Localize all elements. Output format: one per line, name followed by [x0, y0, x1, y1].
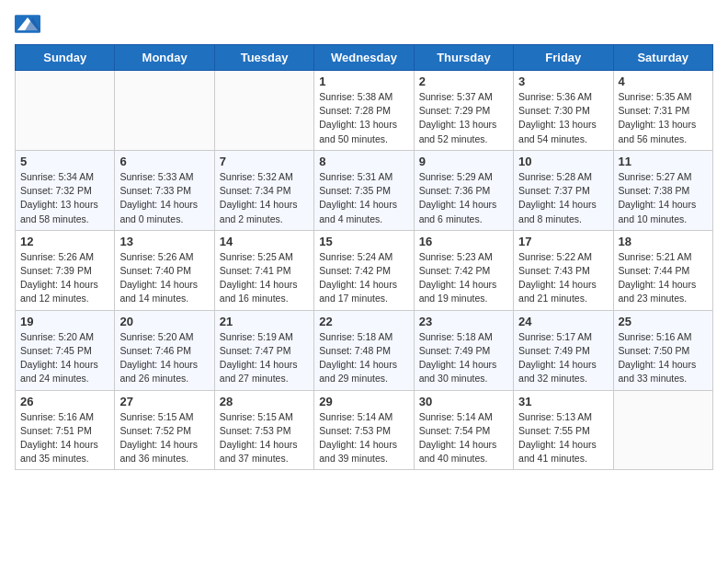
calendar-cell: 30Sunrise: 5:14 AM Sunset: 7:54 PM Dayli… — [414, 390, 513, 470]
calendar-cell: 25Sunrise: 5:16 AM Sunset: 7:50 PM Dayli… — [613, 310, 712, 390]
logo — [15, 15, 44, 33]
cell-content: Sunrise: 5:29 AM Sunset: 7:36 PM Dayligh… — [419, 170, 508, 226]
cell-content: Sunrise: 5:24 AM Sunset: 7:42 PM Dayligh… — [319, 250, 408, 306]
day-number: 21 — [220, 315, 309, 328]
calendar-cell — [115, 71, 214, 151]
calendar-cell: 22Sunrise: 5:18 AM Sunset: 7:48 PM Dayli… — [314, 310, 414, 390]
cell-content: Sunrise: 5:16 AM Sunset: 7:51 PM Dayligh… — [20, 410, 109, 466]
calendar-week-row: 26Sunrise: 5:16 AM Sunset: 7:51 PM Dayli… — [16, 390, 713, 470]
calendar-cell: 14Sunrise: 5:25 AM Sunset: 7:41 PM Dayli… — [214, 230, 313, 310]
cell-content: Sunrise: 5:15 AM Sunset: 7:52 PM Dayligh… — [119, 410, 209, 466]
calendar-cell: 1Sunrise: 5:38 AM Sunset: 7:28 PM Daylig… — [314, 71, 414, 151]
calendar-cell: 21Sunrise: 5:19 AM Sunset: 7:47 PM Dayli… — [214, 310, 313, 390]
calendar-week-row: 19Sunrise: 5:20 AM Sunset: 7:45 PM Dayli… — [16, 310, 713, 390]
day-number: 20 — [119, 315, 209, 328]
weekday-header-wednesday: Wednesday — [314, 45, 414, 71]
day-number: 31 — [518, 395, 608, 408]
calendar-cell: 8Sunrise: 5:31 AM Sunset: 7:35 PM Daylig… — [314, 150, 414, 230]
calendar-table: SundayMondayTuesdayWednesdayThursdayFrid… — [15, 44, 713, 470]
cell-content: Sunrise: 5:23 AM Sunset: 7:42 PM Dayligh… — [419, 250, 508, 306]
calendar-cell: 15Sunrise: 5:24 AM Sunset: 7:42 PM Dayli… — [314, 230, 414, 310]
calendar-cell: 7Sunrise: 5:32 AM Sunset: 7:34 PM Daylig… — [214, 150, 313, 230]
calendar-cell: 9Sunrise: 5:29 AM Sunset: 7:36 PM Daylig… — [414, 150, 513, 230]
cell-content: Sunrise: 5:18 AM Sunset: 7:48 PM Dayligh… — [319, 330, 408, 386]
calendar-cell: 5Sunrise: 5:34 AM Sunset: 7:32 PM Daylig… — [16, 150, 115, 230]
cell-content: Sunrise: 5:37 AM Sunset: 7:29 PM Dayligh… — [419, 90, 508, 146]
day-number: 14 — [220, 235, 309, 248]
weekday-header-monday: Monday — [115, 45, 214, 71]
day-number: 5 — [20, 155, 109, 168]
cell-content: Sunrise: 5:25 AM Sunset: 7:41 PM Dayligh… — [220, 250, 309, 306]
cell-content: Sunrise: 5:21 AM Sunset: 7:44 PM Dayligh… — [619, 250, 708, 306]
day-number: 29 — [319, 395, 408, 408]
weekday-header-row: SundayMondayTuesdayWednesdayThursdayFrid… — [16, 45, 713, 71]
calendar-cell — [214, 71, 313, 151]
day-number: 11 — [619, 155, 708, 168]
calendar-cell: 29Sunrise: 5:14 AM Sunset: 7:53 PM Dayli… — [314, 390, 414, 470]
day-number: 10 — [518, 155, 608, 168]
day-number: 19 — [20, 315, 109, 328]
day-number: 16 — [419, 235, 508, 248]
day-number: 15 — [319, 235, 408, 248]
day-number: 25 — [619, 315, 708, 328]
cell-content: Sunrise: 5:28 AM Sunset: 7:37 PM Dayligh… — [518, 170, 608, 226]
calendar-cell: 24Sunrise: 5:17 AM Sunset: 7:49 PM Dayli… — [514, 310, 613, 390]
weekday-header-saturday: Saturday — [613, 45, 712, 71]
day-number: 7 — [220, 155, 309, 168]
day-number: 13 — [119, 235, 209, 248]
day-number: 27 — [119, 395, 209, 408]
calendar-cell: 31Sunrise: 5:13 AM Sunset: 7:55 PM Dayli… — [514, 390, 613, 470]
cell-content: Sunrise: 5:14 AM Sunset: 7:54 PM Dayligh… — [419, 410, 508, 466]
cell-content: Sunrise: 5:34 AM Sunset: 7:32 PM Dayligh… — [20, 170, 109, 226]
day-number: 18 — [619, 235, 708, 248]
calendar-cell — [613, 390, 712, 470]
calendar-cell: 13Sunrise: 5:26 AM Sunset: 7:40 PM Dayli… — [115, 230, 214, 310]
day-number: 28 — [220, 395, 309, 408]
day-number: 24 — [518, 315, 608, 328]
day-number: 30 — [419, 395, 508, 408]
calendar-cell: 4Sunrise: 5:35 AM Sunset: 7:31 PM Daylig… — [613, 71, 712, 151]
cell-content: Sunrise: 5:19 AM Sunset: 7:47 PM Dayligh… — [220, 330, 309, 386]
day-number: 1 — [319, 75, 408, 88]
day-number: 4 — [619, 75, 708, 88]
cell-content: Sunrise: 5:31 AM Sunset: 7:35 PM Dayligh… — [319, 170, 408, 226]
calendar-cell: 19Sunrise: 5:20 AM Sunset: 7:45 PM Dayli… — [16, 310, 115, 390]
cell-content: Sunrise: 5:27 AM Sunset: 7:38 PM Dayligh… — [619, 170, 708, 226]
cell-content: Sunrise: 5:16 AM Sunset: 7:50 PM Dayligh… — [619, 330, 708, 386]
day-number: 6 — [119, 155, 209, 168]
calendar-cell: 6Sunrise: 5:33 AM Sunset: 7:33 PM Daylig… — [115, 150, 214, 230]
calendar-cell: 28Sunrise: 5:15 AM Sunset: 7:53 PM Dayli… — [214, 390, 313, 470]
day-number: 2 — [419, 75, 508, 88]
weekday-header-friday: Friday — [514, 45, 613, 71]
calendar-cell: 23Sunrise: 5:18 AM Sunset: 7:49 PM Dayli… — [414, 310, 513, 390]
calendar-week-row: 5Sunrise: 5:34 AM Sunset: 7:32 PM Daylig… — [16, 150, 713, 230]
calendar-cell — [16, 71, 115, 151]
day-number: 9 — [419, 155, 508, 168]
day-number: 17 — [518, 235, 608, 248]
cell-content: Sunrise: 5:35 AM Sunset: 7:31 PM Dayligh… — [619, 90, 708, 146]
day-number: 23 — [419, 315, 508, 328]
calendar-cell: 20Sunrise: 5:20 AM Sunset: 7:46 PM Dayli… — [115, 310, 214, 390]
day-number: 8 — [319, 155, 408, 168]
weekday-header-tuesday: Tuesday — [214, 45, 313, 71]
calendar-cell: 17Sunrise: 5:22 AM Sunset: 7:43 PM Dayli… — [514, 230, 613, 310]
cell-content: Sunrise: 5:14 AM Sunset: 7:53 PM Dayligh… — [319, 410, 408, 466]
calendar-cell: 26Sunrise: 5:16 AM Sunset: 7:51 PM Dayli… — [16, 390, 115, 470]
cell-content: Sunrise: 5:20 AM Sunset: 7:45 PM Dayligh… — [20, 330, 109, 386]
cell-content: Sunrise: 5:20 AM Sunset: 7:46 PM Dayligh… — [119, 330, 209, 386]
calendar-cell: 27Sunrise: 5:15 AM Sunset: 7:52 PM Dayli… — [115, 390, 214, 470]
weekday-header-thursday: Thursday — [414, 45, 513, 71]
cell-content: Sunrise: 5:18 AM Sunset: 7:49 PM Dayligh… — [419, 330, 508, 386]
calendar-cell: 11Sunrise: 5:27 AM Sunset: 7:38 PM Dayli… — [613, 150, 712, 230]
day-number: 3 — [518, 75, 608, 88]
calendar-cell: 3Sunrise: 5:36 AM Sunset: 7:30 PM Daylig… — [514, 71, 613, 151]
cell-content: Sunrise: 5:15 AM Sunset: 7:53 PM Dayligh… — [220, 410, 309, 466]
cell-content: Sunrise: 5:22 AM Sunset: 7:43 PM Dayligh… — [518, 250, 608, 306]
day-number: 26 — [20, 395, 109, 408]
calendar-cell: 12Sunrise: 5:26 AM Sunset: 7:39 PM Dayli… — [16, 230, 115, 310]
calendar-cell: 2Sunrise: 5:37 AM Sunset: 7:29 PM Daylig… — [414, 71, 513, 151]
cell-content: Sunrise: 5:26 AM Sunset: 7:40 PM Dayligh… — [119, 250, 209, 306]
cell-content: Sunrise: 5:13 AM Sunset: 7:55 PM Dayligh… — [518, 410, 608, 466]
cell-content: Sunrise: 5:17 AM Sunset: 7:49 PM Dayligh… — [518, 330, 608, 386]
cell-content: Sunrise: 5:26 AM Sunset: 7:39 PM Dayligh… — [20, 250, 109, 306]
